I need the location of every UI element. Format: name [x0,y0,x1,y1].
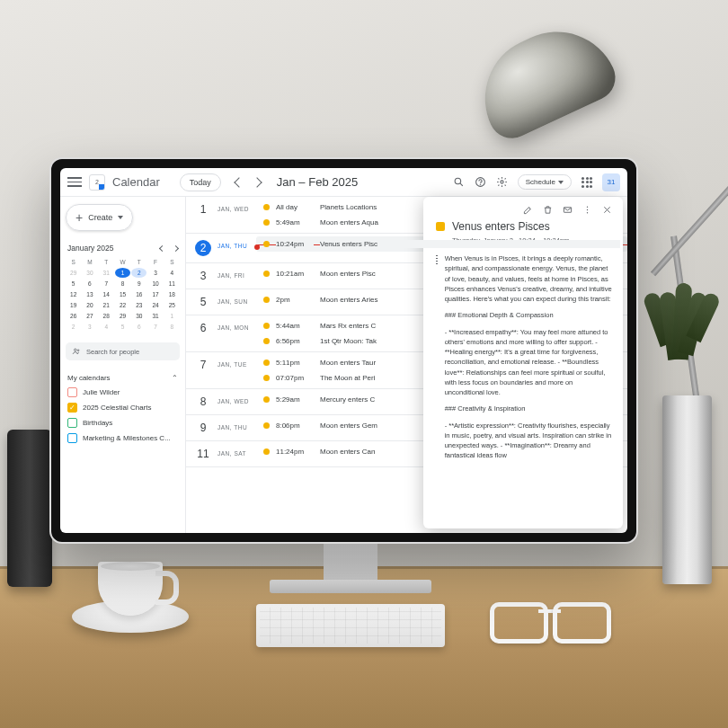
event-title: The Moon at Peri [320,374,620,382]
mini-day[interactable]: 31 [99,268,114,278]
mini-day[interactable]: 17 [147,289,163,299]
mini-day[interactable]: 3 [147,268,163,278]
mini-day[interactable]: 10 [147,279,163,289]
mini-day[interactable]: 26 [66,311,81,321]
mini-day[interactable]: 7 [147,322,163,332]
event-time: 10:21am [276,270,314,278]
calendar-toggle[interactable]: Birthdays [66,415,180,431]
mini-day[interactable]: 18 [164,289,180,299]
today-date-icon[interactable]: 31 [602,173,620,191]
mini-day[interactable]: 6 [82,279,97,289]
main-menu-icon[interactable] [67,175,82,190]
mini-day[interactable]: 19 [66,300,81,310]
mini-day[interactable]: 30 [131,311,146,321]
description-paragraph: ### Creativity & Inspiration [445,404,612,413]
checkbox-icon[interactable] [67,403,77,413]
event-title: Planets Locations [320,203,620,211]
calendar-toggle[interactable]: 2025 Celestial Charts [66,400,180,415]
search-people-input[interactable]: Search for people [66,342,180,360]
mini-day[interactable]: 12 [66,289,81,299]
description-paragraph: ### Emotional Depth & Compassion [445,310,612,320]
event-time: 6:56pm [276,337,314,345]
mini-day[interactable]: 11 [164,279,180,289]
mini-day[interactable]: 27 [82,311,97,321]
calendar-toggle[interactable]: Julie Wilder [66,385,180,400]
mini-day[interactable]: 29 [115,311,130,321]
mini-day[interactable]: 30 [82,268,97,278]
mini-day[interactable]: 24 [147,300,163,310]
mini-day[interactable]: 13 [82,289,97,299]
my-calendars-header[interactable]: My calendars ⌃ [66,371,180,385]
mini-day[interactable]: 8 [164,322,180,332]
calendar-toggle[interactable]: Marketing & Milestones C... [66,431,180,446]
mini-day[interactable]: 1 [115,268,130,278]
event-title: Moon enters Aqua [320,218,620,226]
event-title: Mercury enters C [320,395,620,404]
support-icon[interactable] [475,176,487,189]
mini-day[interactable]: 25 [164,300,180,310]
mini-day[interactable]: 3 [82,322,97,332]
mini-day[interactable]: 22 [115,300,130,310]
mini-day[interactable]: 9 [131,279,146,289]
mini-day[interactable]: 31 [147,311,163,321]
mini-day[interactable]: 1 [164,311,180,321]
mini-day[interactable]: 21 [99,300,114,310]
mini-day[interactable]: 2 [131,268,146,278]
mini-day[interactable]: 8 [115,279,130,289]
mini-prev-icon[interactable] [159,244,165,251]
checkbox-icon[interactable] [67,418,77,428]
day-number[interactable]: 11 [195,448,211,460]
mini-day[interactable]: 4 [164,268,180,278]
event-dot-icon [263,297,270,303]
apps-grid-icon[interactable] [581,176,593,189]
day-number[interactable]: 8 [195,395,211,408]
view-switcher[interactable]: Schedule [518,174,572,190]
today-button[interactable]: Today [180,173,221,191]
day-number[interactable]: 6 [195,322,211,334]
mini-day[interactable]: 15 [115,289,130,299]
checkbox-icon[interactable] [67,433,77,443]
mini-dow: M [82,257,97,267]
mini-day[interactable]: 14 [99,289,114,299]
mini-day[interactable]: 2 [66,322,81,332]
search-placeholder: Search for people [86,348,139,356]
create-button[interactable]: + Create [66,204,133,231]
day-label: JAN, THU [218,422,247,431]
day-label: JAN, FRI [218,270,244,279]
mini-dow: T [131,257,146,267]
event-dot-icon [263,375,270,381]
calendar-logo[interactable]: 2 [89,174,105,191]
mini-cal-month[interactable]: January 2025 [67,244,114,253]
event-title: Moon enters Can [320,448,620,456]
mini-day[interactable]: 29 [66,268,81,278]
event-dot-icon [263,204,270,210]
mini-day[interactable]: 7 [99,279,114,289]
mini-day[interactable]: 16 [131,289,146,299]
mini-day[interactable]: 4 [99,322,114,332]
next-period-icon[interactable] [252,177,262,187]
mini-day[interactable]: 5 [115,322,130,332]
mini-day[interactable]: 28 [99,311,114,321]
app-header: 2 Calendar Today Jan – Feb 2025 Schedule… [60,168,627,197]
day-number[interactable]: 7 [195,359,211,371]
day-number[interactable]: 1 [195,203,211,216]
date-range-label[interactable]: Jan – Feb 2025 [277,175,358,189]
svg-point-4 [501,181,503,183]
mini-day[interactable]: 23 [131,300,146,310]
day-number[interactable]: 5 [195,296,211,308]
mini-dow: F [147,257,163,267]
checkbox-icon[interactable] [67,387,77,397]
mini-next-icon[interactable] [173,244,179,251]
prev-period-icon[interactable] [234,177,244,187]
mini-day[interactable]: 6 [131,322,146,332]
day-number[interactable]: 2 [195,240,211,256]
day-label: JAN, MON [218,322,249,331]
mini-day[interactable]: 20 [82,300,97,310]
search-icon[interactable] [453,176,466,189]
day-number[interactable]: 3 [195,270,211,282]
mini-day[interactable]: 5 [66,279,81,289]
settings-gear-icon[interactable] [496,176,509,189]
day-number[interactable]: 9 [195,422,211,434]
svg-point-3 [480,184,481,185]
event-title: 1st Qtr Moon: Tak [320,337,620,345]
